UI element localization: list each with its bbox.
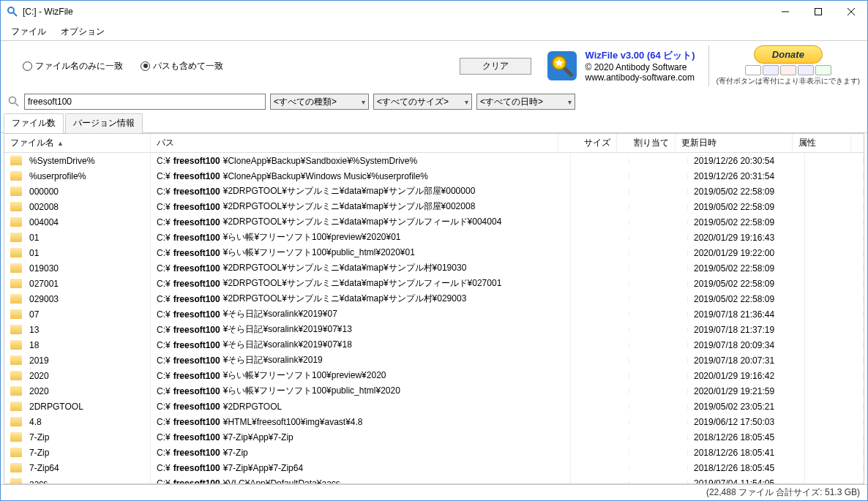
table-row[interactable]: 7-ZipC:¥freesoft100¥7-Zip2018/12/26 18:0… xyxy=(4,445,864,460)
table-row[interactable]: %SystemDrive%C:¥freesoft100¥CloneApp¥Bac… xyxy=(4,153,864,168)
table-row[interactable]: 019030C:¥freesoft100¥2DRPGTOOL¥サンプルミニ¥da… xyxy=(4,260,864,276)
info-version: WizFile v3.00 (64 ビット) xyxy=(585,49,695,62)
close-button[interactable] xyxy=(834,1,867,23)
cell-name: 004004 xyxy=(29,217,59,227)
folder-icon xyxy=(10,279,22,288)
payment-cards xyxy=(745,65,831,75)
table-row[interactable]: 2020C:¥freesoft100¥らい帳¥フリーソフト100¥preview… xyxy=(4,368,864,383)
table-row[interactable]: 4.8C:¥freesoft100¥HTML¥freesoft100¥img¥a… xyxy=(4,414,864,429)
cell-alloc xyxy=(629,404,688,410)
folder-icon xyxy=(10,463,22,472)
radio-include-path[interactable]: パスも含めて一致 xyxy=(141,60,223,72)
cell-size xyxy=(571,419,629,425)
col-name[interactable]: ファイル名▲ xyxy=(4,134,151,152)
col-attr[interactable]: 属性 xyxy=(793,134,851,152)
svg-line-11 xyxy=(15,103,18,106)
table-row[interactable]: 7-ZipC:¥freesoft100¥7-Zip¥App¥7-Zip2018/… xyxy=(4,429,864,445)
cell-alloc xyxy=(629,235,688,241)
cell-date: 2019/05/02 22:58:09 xyxy=(688,276,805,292)
table-row[interactable]: 18C:¥freesoft100¥そら日記¥soralink¥2019¥07¥1… xyxy=(4,337,864,353)
folder-icon xyxy=(10,448,22,457)
minimize-button[interactable] xyxy=(768,1,801,23)
table-row[interactable]: 2019C:¥freesoft100¥そら日記¥soralink¥2019201… xyxy=(4,353,864,368)
col-path[interactable]: パス xyxy=(151,134,558,152)
app-icon xyxy=(7,6,18,18)
cell-name: 002008 xyxy=(29,202,59,212)
tab-files[interactable]: ファイル数 xyxy=(4,113,64,133)
cell-date: 2019/07/04 11:54:05 xyxy=(688,475,805,484)
cell-alloc xyxy=(629,250,688,256)
cell-date: 2019/05/02 22:58:09 xyxy=(688,199,805,215)
cell-name: 7-Zip xyxy=(29,448,49,458)
search-input[interactable] xyxy=(24,94,266,110)
cell-attr xyxy=(805,281,864,287)
table-row[interactable]: 029003C:¥freesoft100¥2DRPGTOOL¥サンプルミニ¥da… xyxy=(4,291,864,306)
cell-attr xyxy=(805,235,864,241)
cell-path: C:¥freesoft100¥VLC¥App¥DefaultData¥aacs xyxy=(151,475,571,484)
table-row[interactable]: 2020C:¥freesoft100¥らい帳¥フリーソフト100¥public_… xyxy=(4,383,864,399)
table-row[interactable]: 027001C:¥freesoft100¥2DRPGTOOL¥サンプルミニ¥da… xyxy=(4,276,864,291)
list-body[interactable]: %SystemDrive%C:¥freesoft100¥CloneApp¥Bac… xyxy=(4,153,864,483)
table-row[interactable]: 2DRPGTOOLC:¥freesoft100¥2DRPGTOOL2019/05… xyxy=(4,399,864,414)
donate-panel: Donate (寄付ボタンは寄付により非表示にできます) xyxy=(708,45,860,86)
card-bank-icon xyxy=(815,65,831,75)
donate-button[interactable]: Donate xyxy=(754,45,823,64)
clear-button[interactable]: クリア xyxy=(460,58,531,75)
cell-attr xyxy=(805,388,864,394)
folder-icon xyxy=(10,355,22,365)
card-amex-icon xyxy=(798,65,814,75)
table-row[interactable]: 002008C:¥freesoft100¥2DRPGTOOL¥サンプルミニ¥da… xyxy=(4,199,864,214)
cell-alloc xyxy=(629,281,688,287)
menubar: ファイル オプション xyxy=(1,23,867,40)
cell-size xyxy=(571,204,629,210)
table-row[interactable]: 01C:¥freesoft100¥らい帳¥フリーソフト100¥preview¥2… xyxy=(4,230,864,245)
table-row[interactable]: 7-Zip64C:¥freesoft100¥7-Zip¥App¥7-Zip642… xyxy=(4,460,864,475)
cell-alloc xyxy=(629,265,688,271)
col-date[interactable]: 更新日時 xyxy=(676,134,793,152)
menu-file[interactable]: ファイル xyxy=(4,24,53,39)
table-row[interactable]: 000000C:¥freesoft100¥2DRPGTOOL¥サンプルミニ¥da… xyxy=(4,184,864,199)
menu-options[interactable]: オプション xyxy=(53,24,112,39)
cell-name: 01 xyxy=(29,248,39,258)
cell-date: 2019/05/02 23:05:21 xyxy=(688,399,805,415)
cell-date: 2019/06/12 17:50:03 xyxy=(688,414,805,430)
donate-note: (寄付ボタンは寄付により非表示にできます) xyxy=(717,77,860,86)
cell-name: 13 xyxy=(29,325,39,335)
dropdown-date[interactable]: <すべての日時>▾ xyxy=(476,94,575,110)
radio-filename-only[interactable]: ファイル名のみに一致 xyxy=(23,60,123,72)
dropdown-size[interactable]: <すべてのサイズ>▾ xyxy=(373,94,472,110)
table-row[interactable]: 07C:¥freesoft100¥そら日記¥soralink¥2019¥0720… xyxy=(4,306,864,322)
cell-size xyxy=(571,158,629,164)
maximize-button[interactable] xyxy=(801,1,834,23)
cell-attr xyxy=(805,158,864,164)
list-header: ファイル名▲ パス サイズ 割り当て 更新日時 属性 xyxy=(4,134,864,153)
cell-attr xyxy=(805,450,864,456)
cell-size xyxy=(571,450,629,456)
cell-size xyxy=(571,373,629,379)
col-alloc[interactable]: 割り当て xyxy=(617,134,676,152)
titlebar: [C:] - WizFile xyxy=(1,1,867,23)
card-mc-icon xyxy=(780,65,796,75)
folder-icon xyxy=(10,340,22,350)
cell-attr xyxy=(805,265,864,271)
card-paypal-icon xyxy=(745,65,761,75)
table-row[interactable]: aacsC:¥freesoft100¥VLC¥App¥DefaultData¥a… xyxy=(4,475,864,483)
cell-size xyxy=(571,235,629,241)
cell-alloc xyxy=(629,388,688,394)
cell-alloc xyxy=(629,434,688,440)
table-row[interactable]: 004004C:¥freesoft100¥2DRPGTOOL¥サンプルミニ¥da… xyxy=(4,214,864,230)
cell-date: 2019/05/02 22:58:09 xyxy=(688,260,805,276)
cell-alloc xyxy=(629,296,688,302)
dropdown-kind[interactable]: <すべての種類>▾ xyxy=(270,94,369,110)
info-url: www.antibody-software.com xyxy=(585,72,695,83)
cell-alloc xyxy=(629,373,688,379)
col-size[interactable]: サイズ xyxy=(558,134,617,152)
cell-attr xyxy=(805,189,864,195)
table-row[interactable]: 13C:¥freesoft100¥そら日記¥soralink¥2019¥07¥1… xyxy=(4,322,864,337)
cell-attr xyxy=(805,465,864,471)
table-row[interactable]: %userprofile%C:¥freesoft100¥CloneApp¥Bac… xyxy=(4,168,864,184)
tab-version[interactable]: バージョン情報 xyxy=(65,113,143,133)
folder-icon xyxy=(10,171,22,181)
dropdown-date-label: <すべての日時> xyxy=(480,96,543,108)
table-row[interactable]: 01C:¥freesoft100¥らい帳¥フリーソフト100¥public_ht… xyxy=(4,245,864,260)
